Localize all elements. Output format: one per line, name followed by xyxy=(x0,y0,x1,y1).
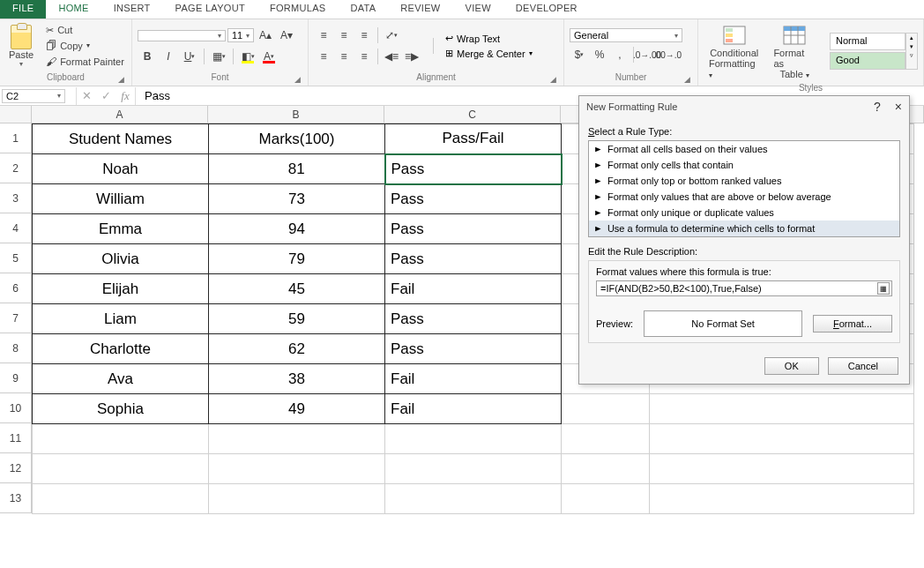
wrap-text-button[interactable]: ↩Wrap Text xyxy=(445,33,533,44)
row-header-3[interactable]: 3 xyxy=(0,183,32,213)
cell-E11[interactable] xyxy=(650,424,914,454)
formula-input-box[interactable]: =IF(AND(B2>50,B2<100),True,False) ▦ xyxy=(596,280,892,296)
comma-button[interactable]: , xyxy=(610,46,630,64)
tab-developer[interactable]: DEVELOPER xyxy=(503,0,590,19)
dialog-help-button[interactable]: ? xyxy=(874,100,881,114)
rule-type-item-4[interactable]: ►Format only unique or duplicate values xyxy=(589,205,899,220)
cell-A2[interactable]: Noah xyxy=(33,154,209,184)
row-header-10[interactable]: 10 xyxy=(0,393,32,423)
cell-E12[interactable] xyxy=(650,454,914,484)
cell-A6[interactable]: Elijah xyxy=(33,274,209,304)
rule-type-item-2[interactable]: ►Format only top or bottom ranked values xyxy=(589,173,899,189)
tab-file[interactable]: FILE xyxy=(0,0,46,19)
cell-B13[interactable] xyxy=(209,484,385,514)
column-header-A[interactable]: A xyxy=(32,106,208,123)
row-header-2[interactable]: 2 xyxy=(0,153,32,183)
align-center-button[interactable]: ≡ xyxy=(334,48,354,65)
cell-B3[interactable]: 73 xyxy=(209,184,385,214)
cell-D11[interactable] xyxy=(562,424,650,454)
cell-A12[interactable] xyxy=(33,454,209,484)
cell-C8[interactable]: Pass xyxy=(385,334,562,364)
enter-formula-button[interactable]: ✓ xyxy=(96,88,116,104)
tab-insert[interactable]: INSERT xyxy=(101,0,163,19)
dialog-close-button[interactable]: × xyxy=(895,100,902,114)
cell-B10[interactable]: 49 xyxy=(209,394,385,424)
cell-C12[interactable] xyxy=(385,454,562,484)
align-right-button[interactable]: ≡ xyxy=(354,48,374,65)
range-selector-button[interactable]: ▦ xyxy=(877,282,890,295)
rule-type-item-5[interactable]: ►Use a formula to determine which cells … xyxy=(589,220,899,236)
cell-B5[interactable]: 79 xyxy=(209,244,385,274)
style-good[interactable]: Good xyxy=(830,52,905,70)
cell-E10[interactable] xyxy=(650,394,914,424)
cell-C7[interactable]: Pass xyxy=(385,304,562,334)
font-color-button[interactable]: A▾ xyxy=(259,48,279,65)
cut-button[interactable]: Cut xyxy=(46,25,124,36)
cell-D13[interactable] xyxy=(562,484,650,514)
align-top-button[interactable]: ≡ xyxy=(314,26,333,44)
cell-C11[interactable] xyxy=(385,424,562,454)
bold-button[interactable]: B xyxy=(138,48,157,65)
cell-C9[interactable]: Fail xyxy=(385,364,562,394)
cell-A3[interactable]: William xyxy=(33,184,209,214)
cell-B8[interactable]: 62 xyxy=(209,334,385,364)
cell-C6[interactable]: Fail xyxy=(385,274,562,304)
row-header-9[interactable]: 9 xyxy=(0,363,32,393)
column-header-B[interactable]: B xyxy=(208,106,384,123)
alignment-launcher[interactable]: ◢ xyxy=(550,75,556,84)
tab-data[interactable]: DATA xyxy=(338,0,388,19)
paste-button[interactable]: Paste ▾ xyxy=(5,23,37,70)
number-launcher[interactable]: ◢ xyxy=(684,75,690,84)
align-left-button[interactable]: ≡ xyxy=(314,48,333,65)
column-header-C[interactable]: C xyxy=(384,106,561,123)
cell-B2[interactable]: 81 xyxy=(209,154,385,184)
number-format-dropdown[interactable]: General▾ xyxy=(570,28,682,42)
conditional-formatting-button[interactable]: Conditional Formatting ▾ xyxy=(704,21,764,81)
decrease-font-button[interactable]: A▾ xyxy=(277,26,296,44)
cell-B9[interactable]: 38 xyxy=(209,364,385,394)
decrease-decimal-button[interactable]: .00→.0 xyxy=(658,46,677,64)
copy-button[interactable]: Copy▾ xyxy=(46,40,124,52)
tab-view[interactable]: VIEW xyxy=(453,0,503,19)
format-button[interactable]: Format... xyxy=(813,315,892,333)
cell-E13[interactable] xyxy=(650,484,914,514)
cell-D12[interactable] xyxy=(562,454,650,484)
tab-formulas[interactable]: FORMULAS xyxy=(257,0,339,19)
row-header-1[interactable]: 1 xyxy=(0,123,32,153)
fill-color-button[interactable]: ◧▾ xyxy=(238,48,257,65)
cell-D10[interactable] xyxy=(562,394,650,424)
italic-button[interactable]: I xyxy=(159,48,178,65)
ok-button[interactable]: OK xyxy=(764,357,819,375)
cell-C2[interactable]: Pass xyxy=(385,154,562,184)
cell-A9[interactable]: Ava xyxy=(33,364,209,394)
row-header-6[interactable]: 6 xyxy=(0,273,32,303)
row-header-5[interactable]: 5 xyxy=(0,243,32,273)
decrease-indent-button[interactable]: ◀≡ xyxy=(382,48,401,65)
cell-C10[interactable]: Fail xyxy=(385,394,562,424)
cell-B4[interactable]: 94 xyxy=(209,214,385,244)
format-as-table-button[interactable]: Format as Table ▾ xyxy=(768,21,821,81)
row-header-13[interactable]: 13 xyxy=(0,483,32,513)
cell-C13[interactable] xyxy=(385,484,562,514)
increase-font-button[interactable]: A▴ xyxy=(256,26,275,44)
styles-gallery-scroll[interactable]: ▴▾▿ xyxy=(905,33,918,70)
underline-button[interactable]: U▾ xyxy=(180,48,199,65)
chevron-down-icon[interactable]: ▾ xyxy=(19,60,23,68)
font-size-dropdown[interactable]: 11▾ xyxy=(227,28,254,42)
clipboard-launcher[interactable]: ◢ xyxy=(118,75,124,84)
row-header-8[interactable]: 8 xyxy=(0,333,32,363)
cell-A5[interactable]: Olivia xyxy=(33,244,209,274)
cancel-formula-button[interactable]: ✕ xyxy=(77,88,96,104)
increase-indent-button[interactable]: ≡▶ xyxy=(402,48,421,65)
cell-A10[interactable]: Sophia xyxy=(33,394,209,424)
cell-C4[interactable]: Pass xyxy=(385,214,562,244)
insert-function-button[interactable]: fx xyxy=(116,88,135,104)
cell-A1[interactable]: Student Names xyxy=(33,124,209,154)
font-family-dropdown[interactable]: ▾ xyxy=(138,30,226,41)
row-header-12[interactable]: 12 xyxy=(0,453,32,483)
row-header-11[interactable]: 11 xyxy=(0,423,32,453)
align-bottom-button[interactable]: ≡ xyxy=(354,26,374,44)
orientation-button[interactable]: ⤢▾ xyxy=(382,26,401,44)
tab-page-layout[interactable]: PAGE LAYOUT xyxy=(163,0,257,19)
row-header-7[interactable]: 7 xyxy=(0,303,32,333)
